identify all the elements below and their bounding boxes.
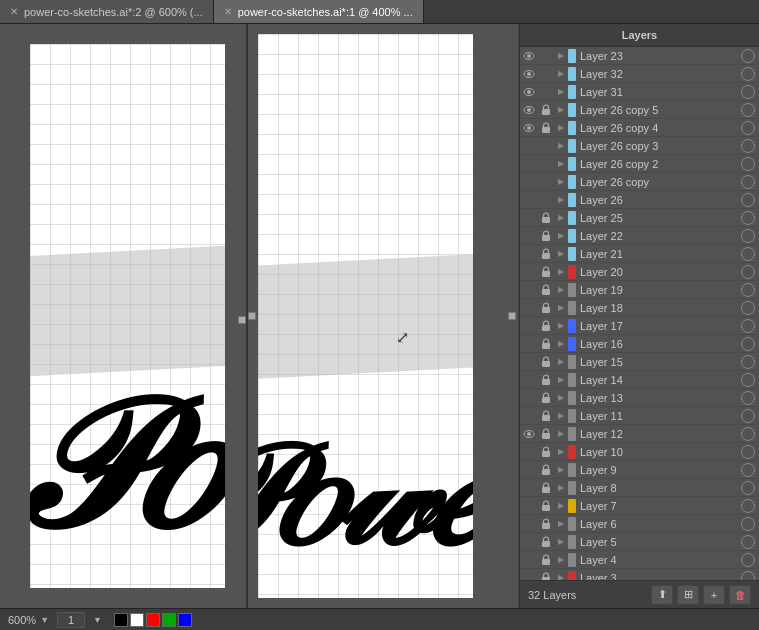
layer-lock-icon[interactable]: [538, 497, 554, 515]
layer-visibility-icon[interactable]: [520, 101, 538, 119]
layer-expand-arrow[interactable]: ▶: [554, 515, 568, 533]
layer-lock-icon[interactable]: [538, 155, 554, 173]
layer-expand-arrow[interactable]: ▶: [554, 101, 568, 119]
layer-target-circle[interactable]: [741, 355, 755, 369]
swatch-red[interactable]: [146, 613, 160, 627]
layer-visibility-icon[interactable]: [520, 425, 538, 443]
layer-visibility-icon[interactable]: [520, 497, 538, 515]
layer-target-circle[interactable]: [741, 121, 755, 135]
layer-row[interactable]: ▶Layer 8: [520, 479, 759, 497]
layer-lock-icon[interactable]: [538, 47, 554, 65]
layer-visibility-icon[interactable]: [520, 155, 538, 173]
layer-row[interactable]: ▶Layer 15: [520, 353, 759, 371]
layer-visibility-icon[interactable]: [520, 443, 538, 461]
swatch-green[interactable]: [162, 613, 176, 627]
layer-visibility-icon[interactable]: [520, 83, 538, 101]
layer-expand-arrow[interactable]: ▶: [554, 65, 568, 83]
layers-new-btn[interactable]: +: [703, 585, 725, 605]
layer-target-circle[interactable]: [741, 67, 755, 81]
swatch-black[interactable]: [114, 613, 128, 627]
layer-row[interactable]: ▶Layer 32: [520, 65, 759, 83]
layer-row[interactable]: ▶Layer 26 copy 5: [520, 101, 759, 119]
layer-visibility-icon[interactable]: [520, 119, 538, 137]
layer-lock-icon[interactable]: [538, 83, 554, 101]
layer-target-circle[interactable]: [741, 283, 755, 297]
layer-target-circle[interactable]: [741, 103, 755, 117]
layer-expand-arrow[interactable]: ▶: [554, 281, 568, 299]
layer-visibility-icon[interactable]: [520, 209, 538, 227]
layers-export-btn[interactable]: ⬆: [651, 585, 673, 605]
layer-lock-icon[interactable]: [538, 407, 554, 425]
layer-lock-icon[interactable]: [538, 119, 554, 137]
layer-lock-icon[interactable]: [538, 335, 554, 353]
swatch-blue[interactable]: [178, 613, 192, 627]
tab-1[interactable]: ✕ power-co-sketches.ai*:2 @ 600% (...: [0, 0, 214, 23]
layer-target-circle[interactable]: [741, 49, 755, 63]
layer-lock-icon[interactable]: [538, 281, 554, 299]
layer-row[interactable]: ▶Layer 26 copy 2: [520, 155, 759, 173]
layer-visibility-icon[interactable]: [520, 245, 538, 263]
layer-visibility-icon[interactable]: [520, 335, 538, 353]
layer-expand-arrow[interactable]: ▶: [554, 137, 568, 155]
layer-visibility-icon[interactable]: [520, 515, 538, 533]
layer-target-circle[interactable]: [741, 409, 755, 423]
layer-expand-arrow[interactable]: ▶: [554, 497, 568, 515]
layer-row[interactable]: ▶Layer 6: [520, 515, 759, 533]
layer-visibility-icon[interactable]: [520, 371, 538, 389]
layer-row[interactable]: ▶Layer 26 copy 4: [520, 119, 759, 137]
artboard-input[interactable]: [57, 612, 85, 628]
layer-visibility-icon[interactable]: [520, 551, 538, 569]
tab-close-icon[interactable]: ✕: [10, 6, 18, 17]
zoom-arrow-down[interactable]: ▼: [40, 615, 49, 625]
layer-row[interactable]: ▶Layer 17: [520, 317, 759, 335]
layer-expand-arrow[interactable]: ▶: [554, 245, 568, 263]
swatch-white[interactable]: [130, 613, 144, 627]
layer-visibility-icon[interactable]: [520, 389, 538, 407]
layers-page-btn[interactable]: ⊞: [677, 585, 699, 605]
layer-target-circle[interactable]: [741, 391, 755, 405]
layer-row[interactable]: ▶Layer 12: [520, 425, 759, 443]
layer-expand-arrow[interactable]: ▶: [554, 83, 568, 101]
layer-row[interactable]: ▶Layer 4: [520, 551, 759, 569]
handle-dot-far-right[interactable]: [508, 312, 516, 320]
layer-row[interactable]: ▶Layer 26: [520, 191, 759, 209]
layer-target-circle[interactable]: [741, 535, 755, 549]
tab-close-icon-2[interactable]: ✕: [224, 6, 232, 17]
layer-lock-icon[interactable]: [538, 227, 554, 245]
layer-expand-arrow[interactable]: ▶: [554, 533, 568, 551]
layer-row[interactable]: ▶Layer 3: [520, 569, 759, 580]
layer-visibility-icon[interactable]: [520, 263, 538, 281]
layer-target-circle[interactable]: [741, 445, 755, 459]
layer-expand-arrow[interactable]: ▶: [554, 263, 568, 281]
layer-lock-icon[interactable]: [538, 209, 554, 227]
canvas-panel-right[interactable]: 𝒫𝑜𝓌𝑒𝓇 ⤢: [248, 24, 519, 608]
layer-visibility-icon[interactable]: [520, 407, 538, 425]
layer-target-circle[interactable]: [741, 499, 755, 513]
layer-lock-icon[interactable]: [538, 461, 554, 479]
layer-target-circle[interactable]: [741, 463, 755, 477]
layer-visibility-icon[interactable]: [520, 281, 538, 299]
layer-expand-arrow[interactable]: ▶: [554, 425, 568, 443]
layer-expand-arrow[interactable]: ▶: [554, 461, 568, 479]
layer-expand-arrow[interactable]: ▶: [554, 119, 568, 137]
layer-target-circle[interactable]: [741, 571, 755, 581]
layer-target-circle[interactable]: [741, 175, 755, 189]
layer-lock-icon[interactable]: [538, 479, 554, 497]
layer-lock-icon[interactable]: [538, 101, 554, 119]
layer-lock-icon[interactable]: [538, 263, 554, 281]
layer-expand-arrow[interactable]: ▶: [554, 407, 568, 425]
layer-target-circle[interactable]: [741, 139, 755, 153]
layers-delete-btn[interactable]: 🗑: [729, 585, 751, 605]
layers-list[interactable]: ▶Layer 23▶Layer 32▶Layer 31▶Layer 26 cop…: [520, 47, 759, 580]
layer-lock-icon[interactable]: [538, 425, 554, 443]
layer-expand-arrow[interactable]: ▶: [554, 209, 568, 227]
layer-lock-icon[interactable]: [538, 533, 554, 551]
layer-row[interactable]: ▶Layer 21: [520, 245, 759, 263]
layer-target-circle[interactable]: [741, 337, 755, 351]
layer-target-circle[interactable]: [741, 301, 755, 315]
layer-row[interactable]: ▶Layer 25: [520, 209, 759, 227]
layer-expand-arrow[interactable]: ▶: [554, 155, 568, 173]
layer-lock-icon[interactable]: [538, 353, 554, 371]
layer-target-circle[interactable]: [741, 517, 755, 531]
layer-lock-icon[interactable]: [538, 245, 554, 263]
